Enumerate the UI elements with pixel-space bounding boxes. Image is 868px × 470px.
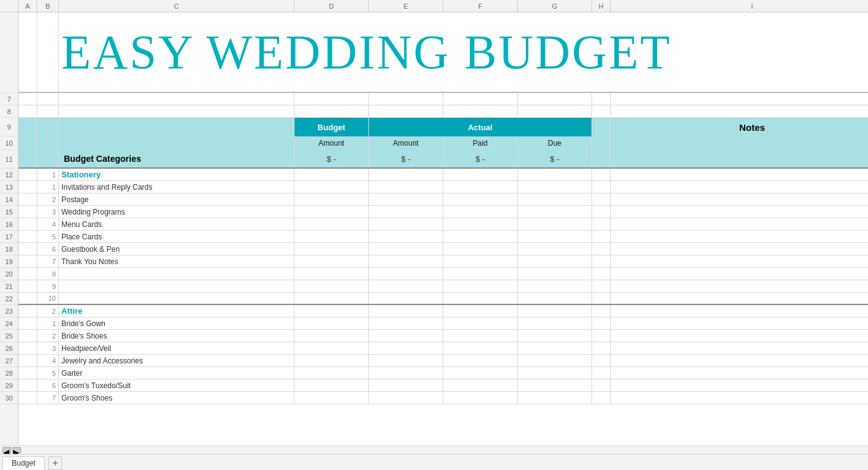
cell-g12 [518,169,592,180]
garter-label: Garter [59,367,294,379]
cell-e29 [369,379,443,391]
row-16: 4 Menu Cards [19,218,868,231]
cell-a15 [19,206,37,218]
cell-e30 [369,392,443,404]
scroll-left-btn[interactable]: ◀ [2,447,11,453]
cell-d30 [294,392,369,404]
invitations-label: Invitations and Reply Cards [59,181,294,193]
cell-a16 [19,218,37,230]
cell-b22: 10 [37,293,59,304]
cell-d25 [294,330,369,342]
cell-f7 [443,93,518,105]
cell-c7 [59,93,294,105]
cell-b13: 1 [37,181,59,193]
cell-a14 [19,193,37,205]
cell-e8 [369,105,443,117]
budget-tab[interactable]: Budget [2,456,45,470]
cell-i11 [611,150,868,167]
row-17: 5 Place Cards [19,231,868,243]
row-7 [19,93,868,105]
cell-a28 [19,367,37,379]
title-cell: EASY WEDDING BUDGET [59,12,868,92]
row-num-8: 8 [0,105,18,118]
cell-e12 [369,169,443,180]
cell-g30 [518,392,592,404]
row-24: 1 Bride's Gown [19,317,868,330]
amount-budget-header: Amount [294,136,369,150]
headpiece-label: Headpiece/Veil [59,342,294,354]
cell-i23 [611,305,868,317]
row-num-20: 20 [0,268,18,280]
cell-e17 [369,231,443,242]
cell-h21 [592,280,611,292]
cell-e27 [369,355,443,366]
row-num-7: 7 [0,93,18,105]
cell-d22 [294,293,369,304]
cell-g18 [518,243,592,255]
cell-i10 [611,136,868,150]
cell-g16 [518,218,592,230]
cell-c10 [59,136,294,150]
cell-d26 [294,342,369,354]
cell-a13 [19,181,37,193]
cell-h22 [592,293,611,304]
cell-b30: 7 [37,392,59,404]
cell-i17 [611,231,868,242]
cat-num-attire: 2 [37,305,59,317]
cell-e16 [369,218,443,230]
cell-f29 [443,379,518,391]
cell-e14 [369,193,443,205]
row-num-17: 17 [0,231,18,243]
col-header-d: D [294,0,369,12]
cell-a25 [19,330,37,342]
cell-b17: 5 [37,231,59,242]
cell-b26: 3 [37,342,59,354]
cell-d24 [294,317,369,329]
cell-f22 [443,293,518,304]
cell-e13 [369,181,443,193]
cell-a18 [19,243,37,255]
col-header-f: F [443,0,518,12]
row-18: 6 Guestbook & Pen [19,243,868,255]
row-num-30: 30 [0,392,18,404]
scrollbar-area[interactable]: ◀ ▶ [0,445,868,454]
groom-shoes-label: Groom's Shoes [59,392,294,404]
cell-h29 [592,379,611,391]
cell-b27: 4 [37,355,59,366]
row-21: 9 [19,280,868,293]
cell-d20 [294,268,369,280]
cell-b28: 5 [37,367,59,379]
cell-f25 [443,330,518,342]
cell-a17 [19,231,37,242]
cell-a29 [19,379,37,391]
cell-e25 [369,330,443,342]
cell-a12 [19,169,37,180]
cell-d29 [294,379,369,391]
cell-c22 [59,293,294,304]
cell-a26 [19,342,37,354]
row-25: 2 Bride's Shoes [19,330,868,342]
cell-f23 [443,305,518,317]
cell-f17 [443,231,518,242]
cell-i29 [611,379,868,391]
cell-a23 [19,305,37,317]
cell-i28 [611,367,868,379]
cell-d15 [294,206,369,218]
cell-a24 [19,317,37,329]
scroll-right-btn[interactable]: ▶ [12,447,21,453]
cell-b24: 1 [37,317,59,329]
cell-g14 [518,193,592,205]
row-num-26: 26 [0,342,18,355]
cell-d16 [294,218,369,230]
cell-g22 [518,293,592,304]
thankyou-label: Thank You Notes [59,255,294,267]
cell-i30 [611,392,868,404]
cat-stationery: Stationery [59,169,294,180]
cell-i26 [611,342,868,354]
brides-shoes-label: Bride's Shoes [59,330,294,342]
col-headers: A B C D E F G H I J [0,0,868,12]
add-sheet-button[interactable]: + [48,456,62,470]
row-num-12: 12 [0,169,18,181]
dollar-g11: $ - [518,150,592,167]
cell-f15 [443,206,518,218]
